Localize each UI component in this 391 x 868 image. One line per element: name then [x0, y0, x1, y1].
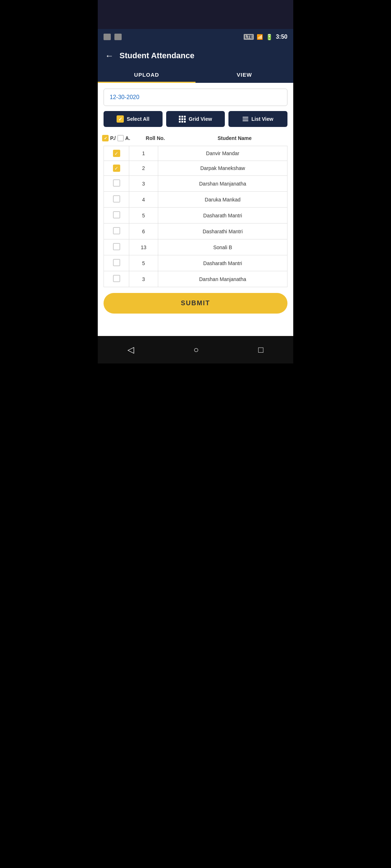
roll-no-cell: 2 — [129, 161, 158, 176]
student-name-cell: Darpak Manekshaw — [158, 161, 287, 176]
list-icon — [243, 117, 248, 121]
student-name-cell: Dasharath Mantri — [158, 208, 287, 224]
roll-no-cell: 6 — [129, 224, 158, 239]
attendance-checkbox-cell[interactable] — [104, 176, 129, 192]
attendance-checkbox-cell[interactable] — [104, 255, 129, 271]
page-title: Student Attendance — [119, 51, 194, 60]
tab-upload[interactable]: UPLOAD — [98, 67, 196, 83]
clock: 3:50 — [276, 34, 287, 40]
tabs-bar: UPLOAD VIEW — [98, 67, 293, 83]
student-name-cell: Darshan Manjanatha — [158, 271, 287, 287]
unchecked-checkbox[interactable] — [113, 195, 120, 203]
checked-checkbox[interactable]: ✓ — [113, 150, 120, 157]
unchecked-checkbox[interactable] — [113, 211, 120, 218]
list-view-label: List View — [251, 116, 273, 122]
attendance-table: ✓1Danvir Mandar✓2Darpak Manekshaw3Darsha… — [104, 146, 287, 287]
table-row: 6Dasharathi Mantri — [104, 224, 287, 239]
table-row: 3Darshan Manjanatha — [104, 271, 287, 287]
present-absent-legend: ✓ P./ A. — [102, 135, 130, 141]
student-name-header: Student Name — [182, 135, 287, 141]
unchecked-checkbox[interactable] — [113, 275, 120, 282]
roll-no-cell: 3 — [129, 176, 158, 192]
attendance-checkbox-cell[interactable] — [104, 271, 129, 287]
nav-recent-button[interactable]: □ — [251, 342, 271, 358]
present-legend-icon: ✓ — [102, 135, 109, 141]
app-header: ← Student Attendance — [98, 45, 293, 67]
status-bar: LTE 📶 🔋 3:50 — [98, 29, 293, 45]
roll-no-cell: 4 — [129, 192, 158, 208]
tab-view[interactable]: VIEW — [196, 67, 293, 83]
table-row: 13Sonali B — [104, 239, 287, 255]
status-right-icons: LTE 📶 🔋 3:50 — [244, 34, 287, 41]
table-row: 5Dasharath Mantri — [104, 208, 287, 224]
table-row: 4Daruka Mankad — [104, 192, 287, 208]
sim-icon — [104, 34, 111, 40]
checked-checkbox[interactable]: ✓ — [113, 165, 120, 172]
signal-label: LTE — [244, 34, 254, 40]
back-button[interactable]: ← — [105, 51, 114, 61]
action-buttons: ✓ Select All Grid View List View — [104, 111, 287, 127]
roll-no-cell: 13 — [129, 239, 158, 255]
roll-no-cell: 5 — [129, 255, 158, 271]
attendance-checkbox-cell[interactable] — [104, 224, 129, 239]
student-name-cell: Darshan Manjanatha — [158, 176, 287, 192]
grid-view-label: Grid View — [189, 116, 212, 122]
grid-icon — [179, 116, 186, 123]
battery-icon: 🔋 — [266, 34, 273, 41]
attendance-checkbox-cell[interactable] — [104, 208, 129, 224]
android-icon — [114, 34, 122, 40]
submit-button[interactable]: SUBMIT — [104, 293, 287, 314]
student-name-cell: Danvir Mandar — [158, 146, 287, 161]
bottom-nav: ◁ ○ □ — [98, 336, 293, 363]
table-row: 5Dasharath Mantri — [104, 255, 287, 271]
table-row: ✓1Danvir Mandar — [104, 146, 287, 161]
nav-home-button[interactable]: ○ — [186, 342, 206, 358]
roll-no-cell: 1 — [129, 146, 158, 161]
present-label: P./ — [110, 135, 115, 141]
roll-no-cell: 3 — [129, 271, 158, 287]
student-name-cell: Dasharathi Mantri — [158, 224, 287, 239]
table-row: ✓2Darpak Manekshaw — [104, 161, 287, 176]
roll-no-cell: 5 — [129, 208, 158, 224]
status-left-icons — [104, 34, 122, 40]
attendance-checkbox-cell[interactable] — [104, 192, 129, 208]
list-view-button[interactable]: List View — [228, 111, 287, 127]
attendance-checkbox-cell[interactable]: ✓ — [104, 146, 129, 161]
nav-back-button[interactable]: ◁ — [120, 342, 141, 358]
unchecked-checkbox[interactable] — [113, 259, 120, 266]
student-name-cell: Dasharath Mantri — [158, 255, 287, 271]
signal-bars-icon: 📶 — [257, 34, 263, 40]
table-header: ✓ P./ A. Roll No. Student Name — [104, 132, 287, 144]
unchecked-checkbox[interactable] — [113, 179, 120, 187]
grid-view-button[interactable]: Grid View — [166, 111, 225, 127]
attendance-checkbox-cell[interactable] — [104, 239, 129, 255]
unchecked-checkbox[interactable] — [113, 243, 120, 250]
attendance-checkbox-cell[interactable]: ✓ — [104, 161, 129, 176]
roll-no-header: Roll No. — [129, 135, 182, 141]
select-all-checkbox: ✓ — [117, 115, 124, 123]
unchecked-checkbox[interactable] — [113, 227, 120, 234]
date-input[interactable] — [104, 89, 287, 106]
table-row: 3Darshan Manjanatha — [104, 176, 287, 192]
main-content: ✓ Select All Grid View List View — [98, 83, 293, 336]
student-name-cell: Daruka Mankad — [158, 192, 287, 208]
select-all-button[interactable]: ✓ Select All — [104, 111, 163, 127]
absent-legend-icon — [117, 135, 124, 141]
student-name-cell: Sonali B — [158, 239, 287, 255]
select-all-label: Select All — [127, 116, 150, 122]
